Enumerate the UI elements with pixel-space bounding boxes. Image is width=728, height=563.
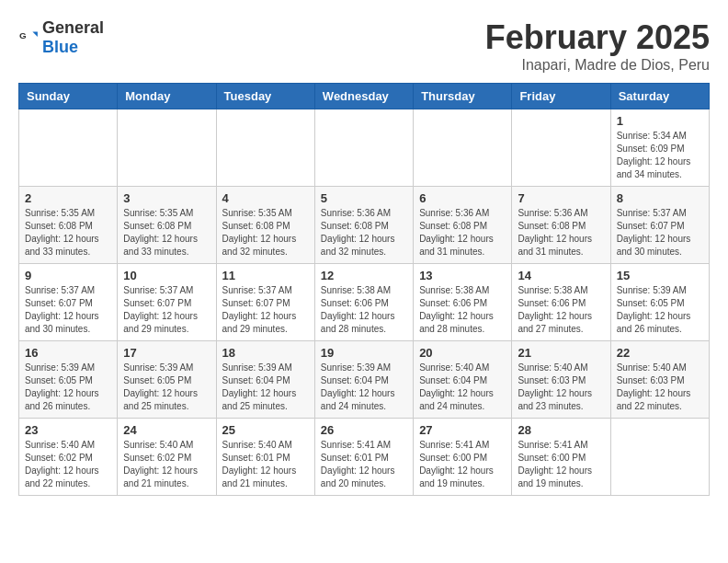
calendar-cell: 19Sunrise: 5:39 AM Sunset: 6:04 PM Dayli… bbox=[314, 341, 413, 419]
day-number: 8 bbox=[617, 191, 703, 205]
day-number: 2 bbox=[25, 191, 111, 205]
calendar-cell: 17Sunrise: 5:39 AM Sunset: 6:05 PM Dayli… bbox=[118, 341, 216, 419]
calendar-cell: 10Sunrise: 5:37 AM Sunset: 6:07 PM Dayli… bbox=[118, 264, 216, 341]
day-info: Sunrise: 5:36 AM Sunset: 6:08 PM Dayligh… bbox=[518, 207, 604, 259]
logo-icon: G bbox=[18, 28, 39, 48]
day-number: 24 bbox=[123, 423, 210, 437]
day-number: 23 bbox=[25, 423, 111, 437]
column-header-friday: Friday bbox=[512, 84, 610, 109]
day-number: 11 bbox=[222, 269, 309, 282]
calendar-cell bbox=[216, 109, 314, 187]
logo-blue: Blue bbox=[42, 38, 78, 56]
day-number: 20 bbox=[419, 346, 506, 360]
column-header-monday: Monday bbox=[118, 84, 216, 109]
day-number: 18 bbox=[222, 346, 309, 360]
calendar-cell: 13Sunrise: 5:38 AM Sunset: 6:06 PM Dayli… bbox=[414, 264, 512, 341]
day-info: Sunrise: 5:41 AM Sunset: 6:00 PM Dayligh… bbox=[518, 439, 604, 490]
column-header-sunday: Sunday bbox=[19, 84, 118, 109]
calendar-cell: 14Sunrise: 5:38 AM Sunset: 6:06 PM Dayli… bbox=[512, 264, 610, 341]
logo-general: General bbox=[42, 18, 104, 37]
day-number: 25 bbox=[222, 423, 309, 437]
day-info: Sunrise: 5:37 AM Sunset: 6:07 PM Dayligh… bbox=[617, 207, 703, 259]
day-number: 12 bbox=[321, 269, 407, 282]
calendar-cell bbox=[314, 109, 413, 187]
calendar-cell: 25Sunrise: 5:40 AM Sunset: 6:01 PM Dayli… bbox=[216, 419, 314, 496]
day-number: 5 bbox=[321, 191, 407, 205]
day-number: 3 bbox=[123, 191, 210, 205]
calendar-cell: 3Sunrise: 5:35 AM Sunset: 6:08 PM Daylig… bbox=[118, 187, 216, 264]
calendar-cell: 5Sunrise: 5:36 AM Sunset: 6:08 PM Daylig… bbox=[314, 187, 413, 264]
calendar-cell: 24Sunrise: 5:40 AM Sunset: 6:02 PM Dayli… bbox=[118, 419, 216, 496]
day-info: Sunrise: 5:39 AM Sunset: 6:04 PM Dayligh… bbox=[321, 362, 407, 413]
day-number: 6 bbox=[419, 191, 506, 205]
day-info: Sunrise: 5:34 AM Sunset: 6:09 PM Dayligh… bbox=[617, 130, 703, 181]
calendar-week-3: 16Sunrise: 5:39 AM Sunset: 6:05 PM Dayli… bbox=[19, 341, 710, 419]
day-number: 7 bbox=[518, 191, 604, 205]
calendar-cell bbox=[414, 109, 512, 187]
header: G General Blue February 2025 Inapari, Ma… bbox=[18, 18, 710, 74]
calendar-cell: 7Sunrise: 5:36 AM Sunset: 6:08 PM Daylig… bbox=[512, 187, 610, 264]
day-number: 17 bbox=[123, 346, 210, 360]
day-info: Sunrise: 5:39 AM Sunset: 6:05 PM Dayligh… bbox=[123, 362, 210, 413]
title-area: February 2025 Inapari, Madre de Dios, Pe… bbox=[485, 18, 710, 74]
day-number: 16 bbox=[25, 346, 111, 360]
day-info: Sunrise: 5:40 AM Sunset: 6:03 PM Dayligh… bbox=[617, 362, 703, 413]
svg-text:G: G bbox=[19, 30, 27, 40]
column-header-wednesday: Wednesday bbox=[314, 84, 413, 109]
column-header-saturday: Saturday bbox=[610, 84, 709, 109]
calendar-week-0: 1Sunrise: 5:34 AM Sunset: 6:09 PM Daylig… bbox=[19, 109, 710, 187]
calendar-cell: 11Sunrise: 5:37 AM Sunset: 6:07 PM Dayli… bbox=[216, 264, 314, 341]
day-info: Sunrise: 5:36 AM Sunset: 6:08 PM Dayligh… bbox=[321, 207, 407, 259]
day-info: Sunrise: 5:37 AM Sunset: 6:07 PM Dayligh… bbox=[222, 284, 309, 336]
column-header-tuesday: Tuesday bbox=[216, 84, 314, 109]
day-info: Sunrise: 5:36 AM Sunset: 6:08 PM Dayligh… bbox=[419, 207, 506, 259]
column-header-thursday: Thursday bbox=[414, 84, 512, 109]
day-number: 26 bbox=[321, 423, 407, 437]
day-info: Sunrise: 5:41 AM Sunset: 6:00 PM Dayligh… bbox=[419, 439, 506, 490]
calendar-cell: 18Sunrise: 5:39 AM Sunset: 6:04 PM Dayli… bbox=[216, 341, 314, 419]
calendar-week-4: 23Sunrise: 5:40 AM Sunset: 6:02 PM Dayli… bbox=[19, 419, 710, 496]
day-number: 14 bbox=[518, 269, 604, 282]
day-info: Sunrise: 5:37 AM Sunset: 6:07 PM Dayligh… bbox=[123, 284, 210, 336]
calendar-cell: 26Sunrise: 5:41 AM Sunset: 6:01 PM Dayli… bbox=[314, 419, 413, 496]
day-info: Sunrise: 5:39 AM Sunset: 6:04 PM Dayligh… bbox=[222, 362, 309, 413]
day-number: 19 bbox=[321, 346, 407, 360]
day-number: 10 bbox=[123, 269, 210, 282]
calendar-cell: 28Sunrise: 5:41 AM Sunset: 6:00 PM Dayli… bbox=[512, 419, 610, 496]
calendar-cell: 16Sunrise: 5:39 AM Sunset: 6:05 PM Dayli… bbox=[19, 341, 118, 419]
svg-marker-1 bbox=[32, 31, 38, 37]
day-info: Sunrise: 5:39 AM Sunset: 6:05 PM Dayligh… bbox=[617, 284, 703, 336]
day-info: Sunrise: 5:35 AM Sunset: 6:08 PM Dayligh… bbox=[25, 207, 111, 259]
calendar-cell: 20Sunrise: 5:40 AM Sunset: 6:04 PM Dayli… bbox=[414, 341, 512, 419]
day-number: 28 bbox=[518, 423, 604, 437]
day-number: 21 bbox=[518, 346, 604, 360]
day-info: Sunrise: 5:35 AM Sunset: 6:08 PM Dayligh… bbox=[222, 207, 309, 259]
calendar-cell: 4Sunrise: 5:35 AM Sunset: 6:08 PM Daylig… bbox=[216, 187, 314, 264]
calendar-cell: 9Sunrise: 5:37 AM Sunset: 6:07 PM Daylig… bbox=[19, 264, 118, 341]
calendar: SundayMondayTuesdayWednesdayThursdayFrid… bbox=[18, 83, 710, 496]
day-info: Sunrise: 5:40 AM Sunset: 6:03 PM Dayligh… bbox=[518, 362, 604, 413]
day-number: 4 bbox=[222, 191, 309, 205]
calendar-cell: 23Sunrise: 5:40 AM Sunset: 6:02 PM Dayli… bbox=[19, 419, 118, 496]
calendar-cell: 22Sunrise: 5:40 AM Sunset: 6:03 PM Dayli… bbox=[610, 341, 709, 419]
day-info: Sunrise: 5:40 AM Sunset: 6:01 PM Dayligh… bbox=[222, 439, 309, 490]
calendar-cell: 8Sunrise: 5:37 AM Sunset: 6:07 PM Daylig… bbox=[610, 187, 709, 264]
calendar-cell: 27Sunrise: 5:41 AM Sunset: 6:00 PM Dayli… bbox=[414, 419, 512, 496]
calendar-cell: 6Sunrise: 5:36 AM Sunset: 6:08 PM Daylig… bbox=[414, 187, 512, 264]
main-title: February 2025 bbox=[485, 18, 710, 57]
day-number: 13 bbox=[419, 269, 506, 282]
calendar-cell: 12Sunrise: 5:38 AM Sunset: 6:06 PM Dayli… bbox=[314, 264, 413, 341]
day-info: Sunrise: 5:37 AM Sunset: 6:07 PM Dayligh… bbox=[25, 284, 111, 336]
day-info: Sunrise: 5:40 AM Sunset: 6:02 PM Dayligh… bbox=[123, 439, 210, 490]
calendar-week-1: 2Sunrise: 5:35 AM Sunset: 6:08 PM Daylig… bbox=[19, 187, 710, 264]
day-number: 1 bbox=[617, 114, 703, 128]
day-number: 27 bbox=[419, 423, 506, 437]
calendar-cell bbox=[512, 109, 610, 187]
logo: G General Blue bbox=[18, 18, 104, 57]
day-number: 22 bbox=[617, 346, 703, 360]
day-info: Sunrise: 5:40 AM Sunset: 6:02 PM Dayligh… bbox=[25, 439, 111, 490]
day-info: Sunrise: 5:40 AM Sunset: 6:04 PM Dayligh… bbox=[419, 362, 506, 413]
calendar-cell: 2Sunrise: 5:35 AM Sunset: 6:08 PM Daylig… bbox=[19, 187, 118, 264]
calendar-week-2: 9Sunrise: 5:37 AM Sunset: 6:07 PM Daylig… bbox=[19, 264, 710, 341]
calendar-cell: 15Sunrise: 5:39 AM Sunset: 6:05 PM Dayli… bbox=[610, 264, 709, 341]
